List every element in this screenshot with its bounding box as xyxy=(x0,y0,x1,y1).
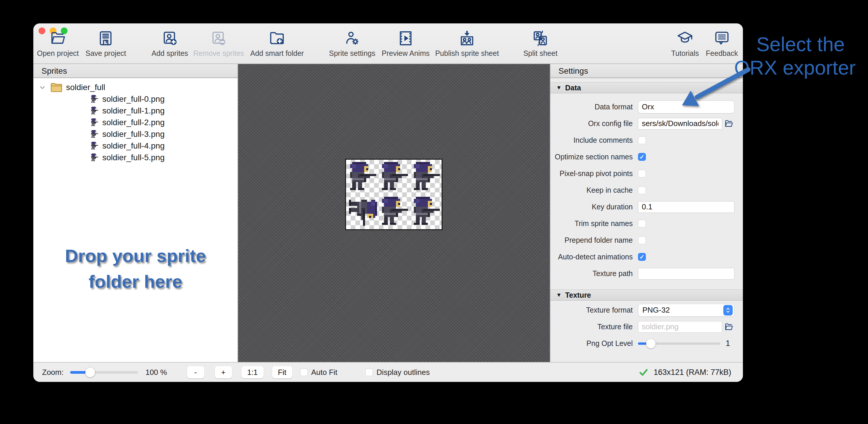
optimize-section-names-checkbox[interactable] xyxy=(638,153,646,161)
sprite-frame xyxy=(378,194,410,229)
section-header-texture[interactable]: ▼ Texture xyxy=(550,290,743,301)
keep-in-cache-checkbox[interactable] xyxy=(638,186,646,194)
zoom-fit-button[interactable]: Fit xyxy=(272,366,292,378)
tree-file-row[interactable]: soldier_full-4.png xyxy=(33,140,238,152)
folder-icon xyxy=(50,82,63,93)
toolbar-split-sheet[interactable]: Split sheet xyxy=(523,29,558,58)
toolbar-add-smart-folder[interactable]: Add smart folder xyxy=(250,29,304,58)
tree-file-label: soldier_full-2.png xyxy=(102,118,164,127)
png-opt-level-value: 1 xyxy=(726,339,730,348)
sprites-panel-title: Sprites xyxy=(33,64,238,78)
tree-file-row[interactable]: soldier_full-5.png xyxy=(33,152,238,163)
section-title: Data xyxy=(565,84,581,92)
row-texture-file: Texture file xyxy=(550,319,743,335)
data-format-input[interactable] xyxy=(638,100,735,114)
zoom-1to1-button[interactable]: 1:1 xyxy=(241,366,264,378)
collapse-triangle-icon: ▼ xyxy=(556,292,562,298)
zoom-slider-thumb[interactable] xyxy=(85,368,95,377)
auto-fit-option[interactable]: Auto Fit xyxy=(300,368,338,377)
toolbar-label: Split sheet xyxy=(523,49,558,58)
row-png-opt-level: Png Opt Level 1 xyxy=(550,335,743,352)
pixel-snap-pivot-points-checkbox[interactable] xyxy=(638,170,646,178)
row-optimize-section-names: Optimize section names xyxy=(550,149,743,165)
success-check-icon xyxy=(638,367,649,377)
toolbar-feedback[interactable]: Feedback xyxy=(706,29,738,58)
row-data-format: Data format xyxy=(550,98,743,115)
sprite-frame xyxy=(410,160,442,194)
zoom-in-button[interactable]: + xyxy=(215,366,232,378)
settings-panel-title: Settings xyxy=(550,64,743,78)
browse-texture-file-button[interactable] xyxy=(722,321,736,333)
tree-folder-row[interactable]: soldier_full xyxy=(33,82,238,93)
row-keep-in-cache: Keep in cache xyxy=(550,182,743,199)
status-text: 163x121 (RAM: 77kB) xyxy=(653,368,731,377)
row-texture-path: Texture path xyxy=(550,265,743,282)
bottom-bar: Zoom: 100 % - + 1:1 Fit Auto Fit Display… xyxy=(33,362,743,382)
slider-thumb[interactable] xyxy=(646,339,655,348)
tree-file-row[interactable]: soldier_full-1.png xyxy=(33,105,238,117)
add-smart-folder-icon xyxy=(268,29,286,48)
texture-path-input[interactable] xyxy=(638,268,735,279)
toolbar-label: Add sprites xyxy=(151,49,188,58)
toolbar-open-project[interactable]: Open project xyxy=(37,29,79,58)
tree-file-row[interactable]: soldier_full-0.png xyxy=(33,93,238,105)
auto-fit-checkbox[interactable] xyxy=(300,368,308,376)
trim-sprite-names-checkbox[interactable] xyxy=(638,220,646,228)
status-indicator: 163x121 (RAM: 77kB) xyxy=(638,367,731,377)
sprite-frame-rotated xyxy=(346,194,378,229)
sprite-thumbnail-icon xyxy=(91,153,98,162)
row-texture-format: Texture format PNG-32 xyxy=(550,302,743,319)
toolbar-save-project[interactable]: Save project xyxy=(86,29,126,58)
auto-detect-animations-checkbox[interactable] xyxy=(638,253,646,261)
toolbar-label: Preview Anims xyxy=(382,49,430,58)
display-outlines-option[interactable]: Display outlines xyxy=(365,368,430,377)
orx-config-file-input[interactable] xyxy=(638,118,722,129)
main-area: Sprites soldier_full soldier_full-0.png xyxy=(33,64,743,362)
open-folder-icon xyxy=(723,322,735,332)
tree-file-row[interactable]: soldier_full-2.png xyxy=(33,117,238,128)
png-opt-level-slider[interactable] xyxy=(638,339,720,348)
tree-file-row[interactable]: soldier_full-3.png xyxy=(33,128,238,140)
drop-hint-text: Drop your sprite folder here xyxy=(33,243,238,295)
toolbar-remove-sprites: Remove sprites xyxy=(193,29,244,58)
tree-file-label: soldier_full-3.png xyxy=(102,129,164,139)
display-outlines-checkbox[interactable] xyxy=(365,368,373,376)
row-auto-detect-animations: Auto-detect animations xyxy=(550,248,743,265)
section-header-data[interactable]: ▼ Data xyxy=(550,82,743,93)
texture-format-dropdown[interactable]: PNG-32 xyxy=(638,304,735,317)
toolbar-publish-sprite-sheet[interactable]: Publish sprite sheet xyxy=(435,29,499,58)
key-duration-input[interactable] xyxy=(638,201,735,213)
toolbar-preview-anims[interactable]: Preview Anims xyxy=(382,29,430,58)
toolbar-add-sprites[interactable]: Add sprites xyxy=(151,29,188,58)
collapse-triangle-icon: ▼ xyxy=(556,85,562,91)
include-comments-checkbox[interactable] xyxy=(638,136,646,144)
sprite-thumbnail-icon xyxy=(91,130,98,138)
toolbar-sprite-settings[interactable]: Sprite settings xyxy=(329,29,375,58)
toolbar-label: Remove sprites xyxy=(193,49,244,58)
toolbar-label: Open project xyxy=(37,49,79,58)
zoom-slider[interactable] xyxy=(70,368,138,377)
toolbar-label: Save project xyxy=(86,49,126,58)
annotation-text-line2: ORX exporter xyxy=(734,56,856,79)
zoom-percent: 100 % xyxy=(146,368,172,377)
zoom-out-button[interactable]: - xyxy=(187,366,204,378)
toolbar-label: Feedback xyxy=(706,49,738,58)
sprite-thumbnail-icon xyxy=(91,118,98,127)
save-floppy-icon xyxy=(97,29,115,48)
sprite-sheet-preview xyxy=(345,159,442,230)
feedback-speech-bubble-icon xyxy=(713,29,731,48)
sprite-thumbnail-icon xyxy=(91,142,98,150)
toolbar-tutorials[interactable]: Tutorials xyxy=(671,29,699,58)
sprite-settings-icon xyxy=(343,29,361,48)
preview-anims-icon xyxy=(397,29,415,48)
remove-sprites-icon xyxy=(210,29,228,48)
prepend-folder-name-checkbox[interactable] xyxy=(638,236,646,244)
open-folder-icon xyxy=(49,29,67,48)
preview-canvas[interactable] xyxy=(238,64,550,362)
chevron-down-icon[interactable] xyxy=(38,83,47,92)
browse-orx-config-button[interactable] xyxy=(722,118,736,130)
toolbar-label: Add smart folder xyxy=(250,49,304,58)
toolbar-label: Tutorials xyxy=(671,49,699,58)
sprite-frame xyxy=(346,160,378,194)
texture-file-input[interactable] xyxy=(638,321,722,333)
